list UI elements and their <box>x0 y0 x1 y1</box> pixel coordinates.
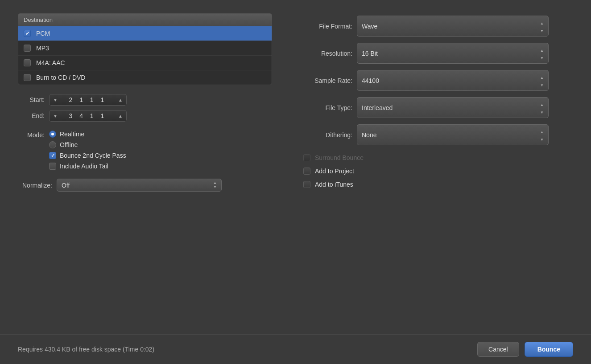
bottom-bar: Requires 430.4 KB of free disk space (Ti… <box>0 334 591 364</box>
bounce-button[interactable]: Bounce <box>525 342 573 357</box>
file-type-arrows <box>540 100 544 115</box>
dithering-dropdown[interactable]: None <box>357 124 549 145</box>
sample-rate-label: Sample Rate: <box>299 77 352 84</box>
bounce2nd-row[interactable]: Bounce 2nd Cycle Pass <box>49 152 126 159</box>
destination-label-burn: Burn to CD / DVD <box>36 74 85 81</box>
destination-label-m4a: M4A: AAC <box>36 59 65 66</box>
mode-options: Realtime Offline Bounce 2nd Cycle Pass I… <box>49 131 126 170</box>
dithering-arrow-up <box>540 127 544 135</box>
add-to-project-label: Add to Project <box>315 168 354 175</box>
file-format-dropdown[interactable]: Wave <box>357 16 549 37</box>
end-row: End: ▼ 3 4 1 1 ▲ <box>22 110 272 122</box>
bounce2nd-checkbox[interactable] <box>49 152 56 159</box>
audio-tail-row[interactable]: Include Audio Tail <box>49 163 126 170</box>
file-format-arrows <box>540 19 544 33</box>
mode-offline-label: Offline <box>60 141 78 148</box>
surround-bounce-checkbox[interactable] <box>303 154 310 161</box>
resolution-arrow-up <box>540 46 544 53</box>
mode-section: Mode: Realtime Offline Bounce 2nd Cycle … <box>18 131 272 170</box>
resolution-row: Resolution: 16 Bit <box>299 43 573 64</box>
add-to-itunes-label: Add to iTunes <box>315 181 353 188</box>
start-value: 2 1 1 1 <box>61 96 115 103</box>
resolution-arrows <box>540 46 544 61</box>
sample-rate-row: Sample Rate: 44100 <box>299 70 573 91</box>
mode-offline-radio[interactable] <box>49 141 56 148</box>
destination-checkbox-burn[interactable] <box>24 74 31 81</box>
end-arrow-down[interactable]: ▼ <box>53 114 58 119</box>
mode-label: Mode: <box>22 131 45 139</box>
audio-tail-label: Include Audio Tail <box>60 163 108 170</box>
sample-rate-arrow-down <box>540 81 544 88</box>
end-arrow-up[interactable]: ▲ <box>118 114 123 119</box>
file-format-arrow-up <box>540 19 544 26</box>
time-controls: Start: ▼ 2 1 1 1 ▲ End: ▼ 3 4 1 1 ▲ <box>18 94 272 122</box>
file-format-row: File Format: Wave <box>299 16 573 37</box>
resolution-value: 16 Bit <box>362 50 378 57</box>
dithering-value: None <box>362 131 376 139</box>
normalize-arrow-up: ▲ <box>213 181 217 185</box>
dithering-label: Dithering: <box>299 131 352 139</box>
dithering-row: Dithering: None <box>299 124 573 145</box>
normalize-arrow-down: ▼ <box>213 185 217 189</box>
file-format-label: File Format: <box>299 23 352 30</box>
audio-tail-checkbox[interactable] <box>49 163 56 170</box>
start-arrow-down[interactable]: ▼ <box>53 98 58 102</box>
end-value: 3 4 1 1 <box>61 112 115 119</box>
file-type-arrow-up <box>540 100 544 107</box>
sample-rate-arrows <box>540 73 544 88</box>
bounce2nd-label: Bounce 2nd Cycle Pass <box>60 152 126 159</box>
destination-table: Destination PCM MP3 M4A: AAC Burn to CD … <box>18 13 272 85</box>
normalize-label: Normalize: <box>22 182 52 189</box>
file-type-arrow-down <box>540 108 544 115</box>
destination-row-burn[interactable]: Burn to CD / DVD <box>18 70 272 85</box>
mode-realtime-row[interactable]: Realtime <box>49 131 126 138</box>
right-panel: File Format: Wave Resolution: 16 Bit Sam… <box>299 13 573 325</box>
file-format-value: Wave <box>362 23 377 30</box>
sample-rate-arrow-up <box>540 73 544 80</box>
start-control[interactable]: ▼ 2 1 1 1 ▲ <box>49 94 127 106</box>
add-to-itunes-checkbox[interactable] <box>303 181 310 188</box>
destination-label-mp3: MP3 <box>36 45 49 52</box>
cancel-button[interactable]: Cancel <box>477 342 519 357</box>
normalize-value: Off <box>62 182 70 189</box>
destination-row-m4a[interactable]: M4A: AAC <box>18 56 272 70</box>
destination-checkbox-mp3[interactable] <box>24 45 31 52</box>
start-arrow-up[interactable]: ▲ <box>118 98 123 102</box>
destination-header: Destination <box>18 14 272 26</box>
file-type-dropdown[interactable]: Interleaved <box>357 97 549 118</box>
file-type-row: File Type: Interleaved <box>299 97 573 118</box>
add-to-project-checkbox[interactable] <box>303 168 310 175</box>
destination-checkbox-m4a[interactable] <box>24 59 31 66</box>
dithering-arrow-down <box>540 135 544 142</box>
end-label: End: <box>22 112 45 119</box>
destination-checkbox-pcm[interactable] <box>24 30 31 37</box>
buttons-row: Cancel Bounce <box>477 342 573 357</box>
mode-realtime-radio[interactable] <box>49 131 56 138</box>
dithering-arrows <box>540 127 544 142</box>
left-panel: Destination PCM MP3 M4A: AAC Burn to CD … <box>18 13 272 325</box>
normalize-arrows: ▲ ▼ <box>213 181 217 189</box>
start-label: Start: <box>22 96 45 103</box>
sample-rate-value: 44100 <box>362 77 379 84</box>
start-row: Start: ▼ 2 1 1 1 ▲ <box>22 94 272 106</box>
surround-bounce-label: Surround Bounce <box>315 154 364 161</box>
disk-info: Requires 430.4 KB of free disk space (Ti… <box>18 346 154 353</box>
sample-rate-dropdown[interactable]: 44100 <box>357 70 549 91</box>
resolution-label: Resolution: <box>299 50 352 57</box>
normalize-select[interactable]: Off ▲ ▼ <box>57 179 222 192</box>
add-to-itunes-row[interactable]: Add to iTunes <box>299 181 573 188</box>
resolution-arrow-down <box>540 53 544 61</box>
file-type-value: Interleaved <box>362 104 393 111</box>
end-control[interactable]: ▼ 3 4 1 1 ▲ <box>49 110 127 122</box>
mode-offline-row[interactable]: Offline <box>49 141 126 148</box>
destination-row-pcm[interactable]: PCM <box>18 26 272 41</box>
normalize-section: Normalize: Off ▲ ▼ <box>18 179 272 192</box>
add-to-project-row[interactable]: Add to Project <box>299 168 573 175</box>
file-format-arrow-down <box>540 26 544 33</box>
destination-row-mp3[interactable]: MP3 <box>18 41 272 56</box>
destination-label-pcm: PCM <box>36 30 50 37</box>
surround-bounce-row[interactable]: Surround Bounce <box>299 154 573 161</box>
resolution-dropdown[interactable]: 16 Bit <box>357 43 549 64</box>
mode-realtime-label: Realtime <box>60 131 84 138</box>
file-type-label: File Type: <box>299 104 352 111</box>
